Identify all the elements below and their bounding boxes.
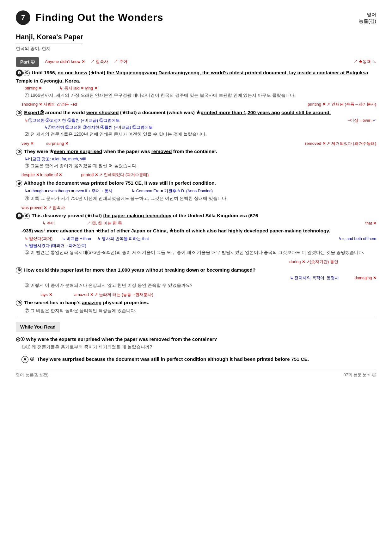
subject-label: 영어 [359, 11, 376, 18]
q1-question: Why were the experts surprised when the … [26, 336, 217, 342]
footer-left: 영어 능률(김성관) [16, 372, 48, 379]
num-4: ④ [16, 180, 22, 187]
title-area: 7 Finding Out the Wonders [16, 9, 163, 26]
s3-s4-notes: despite ✕ in spite of ✕ printed ✕ ↗ 인쇄되었… [21, 172, 376, 178]
num-2: ② [16, 110, 22, 116]
a1-text: A① They were surprised because the docum… [21, 355, 376, 363]
s6-notes: ↳ 전치사의 목적어: 동명사 damaging ✕ [25, 275, 376, 281]
main-title: Finding Out the Wonders [35, 9, 163, 26]
sentence-7-ko: ⑦ 그 비밀은 한지의 놀라운 물리적인 특성들에 있습니다. [25, 307, 376, 314]
q1-text: ◎① Why were the experts surprised when t… [16, 335, 376, 343]
while-you-read-label: While You Read [16, 322, 60, 332]
sentence-7-block: ⑦ The secret lies in hanji's amazing phy… [16, 299, 376, 314]
sentence-5-en-cont: -935) was↓ more advanced than ★that of e… [21, 226, 376, 235]
num-6: ⑥ [16, 267, 22, 274]
while-you-read-section: While You Read ◎① Why were the experts s… [16, 322, 376, 363]
sentence-3-en: ③ They were ★even more surprised when th… [16, 147, 376, 156]
bold-num-1: ❶ [16, 70, 23, 77]
s5-s6-notes: during ✕ ↗(숫자기간) 동안 [21, 259, 376, 265]
sentence-5-en: ❷⑤ This discovery proved (★that) the pap… [16, 212, 376, 220]
divider [16, 318, 376, 318]
a1-label: A [21, 356, 28, 363]
q1-block: ◎① Why were the experts surprised when t… [16, 335, 376, 351]
s5-notes2: ↳ 앞섰다(과거) ↳ 비교급 + than ↳ 명사의 반복을 피하는 tha… [25, 236, 376, 242]
num-3: ③ [16, 149, 22, 155]
sentence-2-en: ② Expert⑤ around the world were shocked … [16, 108, 376, 117]
part-row: Part ① Anyone didn't know ✕ ↗ 접속사 ↗ 주어 ↗… [16, 57, 376, 67]
sentence-1-block: ❶① Until 1966, no one knew (★that) the M… [16, 69, 376, 99]
s5-note3: ↳ 발달시켰다 (대과거→과거완료) [25, 243, 376, 249]
lesson-number: 7 [16, 10, 30, 25]
subject-info: 영어 능률(김) [359, 11, 376, 24]
sentence-2-block: ② Expert⑤ around the world were shocked … [16, 108, 376, 138]
s2-s3-notes: very ✕ surprising ✕ removed ✕ ↗ 제거되었다 (과… [21, 140, 376, 147]
sentence-3-block: ③ They were ★even more surprised when th… [16, 147, 376, 169]
subtitle: Hanji, Korea's Paper [16, 31, 376, 45]
sentence-6-ko: ⑥ 어떻게 이 종이가 분해되거나 손상되지 않고 천년 이상 동안 존속할 수… [25, 282, 376, 289]
sentence-1-en: ❶① Until 1966, no one knew (★that) the M… [16, 69, 376, 85]
s4-s5-notes: was proved ✕ ↗ 접속사 [21, 205, 376, 211]
annotation-connective: ↗ 접속사 [90, 58, 108, 65]
num-1: ① [23, 70, 30, 76]
sentence-4-ko: ④ 비록 그 문서가 서기 751년 이전에 인쇄되었음에도 불구하고, 그것은… [25, 195, 376, 202]
class-label: 능률(김) [359, 18, 376, 24]
s1-s2-notes: shocking ✕ 사람의 감정은 ~ed printing ✕ ↗ 인쇄된 … [21, 101, 376, 108]
s2-note2: ↳①여전히 ②고요한 ③정지한 ④훨씬 (+비교급) ⑤그럼에도 [44, 124, 376, 131]
annotation-anyone: Anyone didn't know ✕ [45, 58, 85, 65]
sentence-5-block: ❷⑤ This discovery proved (★that) the pap… [16, 212, 376, 256]
sentence-2-ko: ② 전 세계의 전문가들은 1200년 전에 인쇄된 문서가 여전히 있을 수 … [25, 131, 376, 138]
s4-notes: ↳= though = even though ≒ even if + 주어 +… [25, 188, 376, 194]
annotation-subject: ↗ 주어 [114, 58, 127, 65]
s5-notes-inline: ↳ 주어 ↗ ③, ⑤ 이는 한 쪽 that ✕ [25, 220, 376, 226]
q1-label: ◎① [16, 336, 25, 342]
sentence-6-block: ⑥ How could this paper last for more tha… [16, 266, 376, 289]
a1-block: A① They were surprised because the docum… [16, 355, 376, 363]
sentence-6-en: ⑥ How could this paper last for more tha… [16, 266, 376, 274]
s2-notes: ↳①고요한 ②고정지한 ③훨씬 (+비교급) ⑤그럼에도 ~이상 = over=… [25, 117, 376, 124]
s1-note1: printing ✕ ↳ 동사 laid ✕ lying ✕ [25, 85, 376, 91]
korean-subtitle: 한국의 종이, 한지 [16, 45, 376, 52]
sentence-4-block: ④ Although the document was printed befo… [16, 179, 376, 202]
bold-num-2: ❷ [16, 212, 23, 219]
s6-s7-notes: lays ✕ amazed ✕ ↗ 놀라게 하는 (능동→현재분사) [21, 292, 376, 298]
num-7: ⑦ [16, 300, 22, 306]
footer-right: 07과 본문 분석 ① [344, 372, 376, 379]
sentence-3-ko: ③ 그들은 함에서 종이가 옮겨졌을 때 훨씬 더 놀랐습니다. [25, 162, 376, 169]
page-header: 7 Finding Out the Wonders 영어 능률(김) [16, 9, 376, 26]
sentence-5-ko: ⑤ 이 발견은 통일신라 왕국시대(676년~935년)의 종이 제조 기술이 … [25, 249, 376, 256]
annotation-right: ↗ ★동격 ↘ [353, 58, 376, 65]
part-badge: Part ① [16, 57, 39, 67]
sentence-7-en: ⑦ The secret lies in hanji's amazing phy… [16, 299, 376, 307]
num-5: ⑤ [23, 213, 30, 219]
a1-answer: They were surprised because the document… [37, 356, 309, 362]
s3-note: ↳비교급 강조: a lot, far, much, still [25, 156, 376, 162]
page-footer: 영어 능률(김성관) 07과 본문 분석 ① [16, 370, 376, 379]
sentence-4-en: ④ Although the document was printed befo… [16, 179, 376, 187]
q1-ko: ◎① 왜 전문가들은 용기로부터 종이가 제거되었을 때 놀랐습니까? [21, 343, 376, 350]
sentence-1-ko: ① 1966년까지, 세계의 가장 오래된 인쇄본인 무구정광 대다라니경이 한… [25, 92, 376, 99]
